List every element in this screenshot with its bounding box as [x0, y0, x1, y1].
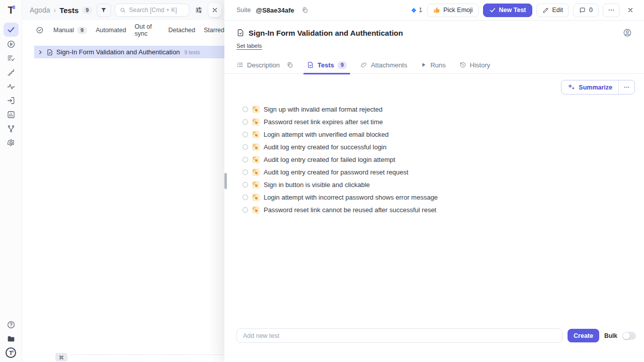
test-title[interactable]: Sign in button is visible and clickable: [264, 181, 370, 189]
rail-item-help[interactable]: [4, 318, 19, 331]
breadcrumb-section[interactable]: Tests: [59, 6, 78, 15]
select-all-button[interactable]: [36, 26, 44, 34]
copy-description-button[interactable]: [286, 61, 293, 68]
test-status-circle[interactable]: [243, 119, 248, 125]
test-item[interactable]: Sign in button is visible and clickable: [243, 178, 632, 191]
test-status-circle[interactable]: [243, 157, 248, 162]
rail-item-settings[interactable]: [4, 136, 19, 149]
sparkles-icon: [568, 83, 575, 91]
search-input[interactable]: [129, 7, 185, 14]
edit-button[interactable]: Edit: [536, 4, 570, 17]
breadcrumb-project[interactable]: Agoda: [30, 6, 50, 14]
chevron-right-icon[interactable]: [37, 49, 43, 55]
filter-detached[interactable]: Detached: [168, 27, 195, 34]
pick-emoji-button[interactable]: Pick Emoji: [427, 4, 478, 17]
test-title[interactable]: Audit log entry created for successful l…: [264, 143, 386, 151]
bulk-toggle[interactable]: [622, 332, 636, 340]
test-item[interactable]: Login attempt with incorrect password sh…: [243, 191, 632, 204]
rail-item-branches[interactable]: [4, 122, 19, 135]
rail-item-import[interactable]: [4, 94, 19, 107]
test-status-circle[interactable]: [243, 195, 248, 200]
play-circle-icon: [7, 40, 16, 49]
manual-click-emoji-icon: [252, 106, 260, 113]
test-title[interactable]: Audit log entry created for password res…: [264, 168, 409, 176]
add-new-test-input[interactable]: [236, 328, 562, 343]
set-labels-link[interactable]: Set labels: [236, 43, 262, 50]
new-test-button[interactable]: New Test: [483, 4, 532, 17]
rail-item-reports[interactable]: [4, 108, 19, 121]
comment-icon: [579, 7, 586, 14]
suite-tree-title[interactable]: Sign-In Form Validation and Authenticati…: [56, 48, 180, 56]
rail-item-tests[interactable]: [4, 23, 19, 37]
bar-chart-icon: [7, 110, 16, 119]
rail-item-plans[interactable]: [4, 52, 19, 65]
history-clock-icon: [459, 61, 466, 68]
test-status-circle[interactable]: [243, 207, 248, 213]
test-status-circle[interactable]: [243, 132, 248, 137]
test-item[interactable]: Audit log entry created for successful l…: [243, 141, 632, 153]
test-item[interactable]: Login attempt with unverified email bloc…: [243, 128, 632, 141]
panel-close-button[interactable]: [208, 3, 221, 17]
rail-item-pulse[interactable]: [4, 80, 19, 93]
tree-row-suite[interactable]: Sign-In Form Validation and Authenticati…: [34, 46, 224, 58]
filter-automated[interactable]: Automated: [96, 27, 126, 34]
app-logo[interactable]: T: [8, 5, 14, 16]
filter-out-of-sync[interactable]: Out of sync: [135, 23, 160, 37]
summarize-more-button[interactable]: [618, 80, 634, 94]
test-title[interactable]: Password reset link cannot be reused aft…: [264, 206, 436, 214]
command-key-badge[interactable]: [55, 353, 67, 361]
more-actions-button[interactable]: [603, 4, 620, 17]
test-item[interactable]: Audit log entry created for password res…: [243, 166, 632, 178]
file-check-icon: [307, 61, 314, 68]
drawer-header: Suite @S8ae34afe 1 Pick Emoji New Test: [224, 0, 644, 21]
tab-runs[interactable]: Runs: [421, 56, 445, 74]
filter-automated-label: Automated: [96, 27, 126, 34]
test-title[interactable]: Audit log entry created for failed login…: [264, 156, 395, 163]
manual-click-emoji-icon: [252, 194, 260, 201]
test-item[interactable]: Audit log entry created for failed login…: [243, 153, 632, 166]
test-title[interactable]: Login attempt with incorrect password sh…: [264, 194, 438, 201]
rail-item-account-logo[interactable]: T: [6, 347, 16, 358]
tab-description[interactable]: Description: [236, 56, 293, 74]
rail-item-projects[interactable]: [4, 332, 19, 345]
tab-tests[interactable]: Tests 9: [307, 56, 347, 74]
test-item[interactable]: Password reset link cannot be reused aft…: [243, 204, 632, 216]
tab-attachments[interactable]: Attachments: [360, 56, 407, 74]
test-item[interactable]: Password reset link expires after set ti…: [243, 116, 632, 128]
import-icon: [7, 96, 16, 105]
summarize-row: Summarize: [224, 74, 644, 95]
filter-starred[interactable]: Starred: [204, 27, 224, 34]
jira-issues-link[interactable]: 1: [411, 7, 423, 14]
command-icon: [58, 354, 64, 360]
jira-diamond-icon: [411, 8, 417, 13]
test-title[interactable]: Sign up with invalid email format reject…: [264, 106, 382, 113]
assignee-avatar-icon[interactable]: [623, 28, 632, 37]
breadcrumb-separator: ›: [53, 6, 56, 14]
comments-button[interactable]: 0: [573, 4, 599, 17]
rail-item-steps[interactable]: [4, 66, 19, 79]
test-status-circle[interactable]: [243, 107, 248, 112]
summarize-button[interactable]: Summarize: [561, 80, 618, 94]
test-title[interactable]: Password reset link expires after set ti…: [264, 118, 383, 126]
drawer-close-button[interactable]: [624, 4, 637, 17]
suite-type-label: Suite: [236, 7, 251, 14]
search-box[interactable]: [115, 4, 189, 17]
copy-suite-id-button[interactable]: [301, 7, 308, 14]
create-button[interactable]: Create: [568, 329, 599, 342]
view-settings-button[interactable]: [193, 4, 205, 17]
suite-file-icon: [236, 29, 245, 37]
test-item[interactable]: Sign up with invalid email format reject…: [243, 103, 632, 116]
rail-item-runs[interactable]: [4, 38, 19, 51]
drawer-resize-handle[interactable]: [224, 173, 227, 189]
filter-funnel-button[interactable]: [97, 4, 111, 17]
test-status-circle[interactable]: [243, 144, 248, 150]
list-check-icon: [7, 54, 16, 63]
tab-history[interactable]: History: [459, 56, 490, 74]
check-icon: [489, 7, 496, 14]
filter-manual[interactable]: Manual 9: [53, 27, 87, 34]
sliders-icon: [195, 6, 203, 14]
test-title[interactable]: Login attempt with unverified email bloc…: [264, 131, 389, 138]
manual-click-emoji-icon: [252, 181, 260, 189]
test-status-circle[interactable]: [243, 169, 248, 175]
test-status-circle[interactable]: [243, 182, 248, 188]
